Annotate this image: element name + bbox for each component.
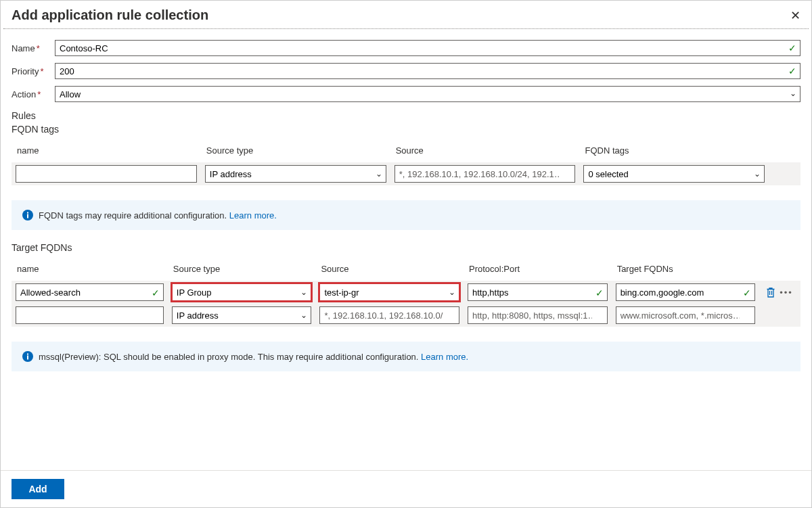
target-fqdns-heading: Target FQDNs xyxy=(12,242,800,253)
tf-target-input[interactable] xyxy=(616,306,756,324)
learn-more-link[interactable]: Learn more. xyxy=(421,352,468,362)
col-name: name xyxy=(12,260,168,281)
tf-source-input[interactable] xyxy=(319,306,459,324)
panel-header: Add application rule collection ✕ xyxy=(1,1,811,28)
col-source: Source xyxy=(315,260,464,281)
tf-source-select[interactable]: test-ip-gr xyxy=(319,283,459,301)
col-source-type: Source type xyxy=(201,141,390,162)
row-action: Action* Allow ⌄ xyxy=(12,86,800,102)
tf-name-input[interactable] xyxy=(16,283,164,301)
tf-name-input[interactable] xyxy=(16,306,164,324)
tf-source-type-select[interactable]: IP Group xyxy=(172,283,312,301)
action-label: Action* xyxy=(12,89,55,99)
table-row: IP address⌄ 0 selected⌄ xyxy=(12,162,800,185)
table-row: ✓ IP Group⌄ test-ip-gr⌄ ✓ ✓ ••• xyxy=(12,281,800,304)
table-row: IP address⌄ xyxy=(12,304,800,327)
fqdn-name-input[interactable] xyxy=(16,165,197,183)
fqdn-info-box: FQDN tags may require additional configu… xyxy=(12,200,800,230)
fqdn-source-type-select[interactable]: IP address xyxy=(205,165,386,183)
close-icon[interactable]: ✕ xyxy=(790,8,800,23)
priority-label: Priority* xyxy=(12,66,55,76)
rules-heading: Rules xyxy=(12,110,800,121)
delete-icon[interactable] xyxy=(766,287,775,298)
svg-rect-5 xyxy=(27,354,28,355)
add-button[interactable]: Add xyxy=(12,479,64,499)
fqdn-tags-heading: FQDN tags xyxy=(12,124,800,135)
info-text: FQDN tags may require additional configu… xyxy=(39,210,277,221)
svg-rect-1 xyxy=(27,214,28,218)
add-rule-collection-panel: Add application rule collection ✕ Name* … xyxy=(0,0,812,508)
fqdn-source-input[interactable] xyxy=(394,165,576,183)
row-name: Name* ✓ xyxy=(12,40,800,56)
col-source-type: Source type xyxy=(168,260,316,281)
col-fqdn-tags: FQDN tags xyxy=(579,141,769,162)
fqdn-tags-select[interactable]: 0 selected xyxy=(583,165,765,183)
panel-footer: Add xyxy=(1,470,811,507)
svg-rect-4 xyxy=(27,356,28,360)
tf-protocol-input[interactable] xyxy=(468,306,608,324)
name-label: Name* xyxy=(12,43,55,53)
info-icon xyxy=(22,351,33,362)
info-text: mssql(Preview): SQL should be enabled in… xyxy=(39,352,468,362)
col-protocol: Protocol:Port xyxy=(464,260,612,281)
panel-title: Add application rule collection xyxy=(12,7,208,23)
row-priority: Priority* ✓ xyxy=(12,63,800,79)
name-input[interactable] xyxy=(55,40,800,56)
col-source: Source xyxy=(390,141,580,162)
col-target: Target FQDNs xyxy=(612,260,760,281)
tf-target-input[interactable] xyxy=(616,283,756,301)
target-fqdns-table: name Source type Source Protocol:Port Ta… xyxy=(12,260,800,327)
svg-rect-2 xyxy=(27,212,28,214)
more-icon[interactable]: ••• xyxy=(780,287,793,298)
tf-source-type-select[interactable]: IP address xyxy=(172,306,312,324)
col-name: name xyxy=(12,141,201,162)
tf-protocol-input[interactable] xyxy=(468,283,608,301)
learn-more-link[interactable]: Learn more. xyxy=(229,210,277,221)
panel-body: Name* ✓ Priority* ✓ Action* Allow ⌄ Rule… xyxy=(1,29,811,470)
action-select[interactable]: Allow xyxy=(55,86,800,102)
mssql-info-box: mssql(Preview): SQL should be enabled in… xyxy=(12,342,800,371)
priority-input[interactable] xyxy=(55,63,800,79)
info-icon xyxy=(22,210,33,221)
fqdn-tags-table: name Source type Source FQDN tags IP add… xyxy=(12,141,800,185)
